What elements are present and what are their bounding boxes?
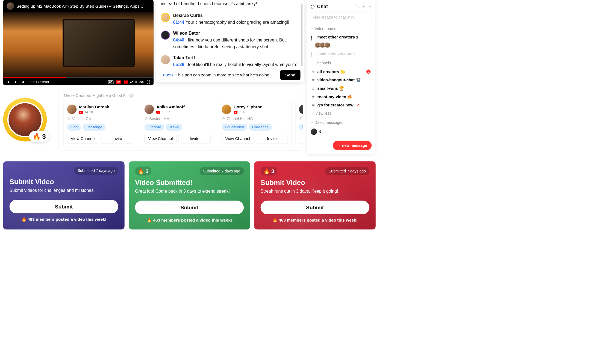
invite-button[interactable]: Invite: [178, 134, 210, 144]
svg-point-0: [69, 118, 69, 119]
creators-panel: These Creators Might be a Good Fit ? Mar…: [58, 89, 303, 150]
new-message-button[interactable]: new message: [333, 141, 372, 150]
creator-avatar[interactable]: [145, 105, 154, 114]
creator-card: Corey Siphron 7.8K Chapel Hill, NC Educa…: [218, 101, 292, 147]
submitted-badge: Submitted 7 days ago: [325, 167, 369, 175]
profile-ring[interactable]: 🔥 3: [3, 98, 49, 143]
video-player[interactable]: Setting up M2 MacBook Air (Step By Step …: [3, 0, 154, 85]
comment-avatar[interactable]: [161, 13, 170, 22]
chevron-down-icon[interactable]: [368, 5, 372, 8]
card-streak: 🔥 3: [135, 167, 151, 176]
location-icon: [222, 117, 225, 121]
submit-button[interactable]: Submit: [261, 201, 369, 214]
section-dm[interactable]: Direct messages: [311, 121, 372, 125]
expand-icon[interactable]: [355, 5, 359, 8]
dm-avatar: [311, 129, 317, 135]
view-channel-button[interactable]: View Channel: [299, 134, 303, 144]
youtube-badge[interactable]: YouTube: [124, 80, 144, 84]
creator-tag[interactable]: Vlog: [299, 123, 303, 130]
creator-tag[interactable]: Challenge: [249, 124, 272, 131]
comments-list[interactable]: instead of handheld shots because it's a…: [156, 0, 304, 67]
comment-timestamp[interactable]: 04:40: [173, 37, 184, 42]
comment-item: Wilson Bator 04:40 I like how you use di…: [161, 28, 299, 53]
creator-tag[interactable]: Vlog: [67, 124, 81, 131]
volume-icon[interactable]: [22, 80, 26, 84]
section-channels[interactable]: Channels: [311, 61, 372, 65]
invite-button[interactable]: Invite: [101, 134, 133, 144]
view-channel-button[interactable]: View Channel: [145, 134, 177, 144]
video-room-1[interactable]: meet other creators 1: [310, 33, 372, 41]
creator-subs: 7.8K: [239, 110, 246, 114]
card-subtext: Streak runs out in 3 days. Keep it going…: [261, 189, 369, 194]
card-footer: 🔥 463 members posted a video this week!: [261, 218, 369, 223]
location-icon: [299, 117, 302, 121]
plus-icon[interactable]: [362, 5, 366, 8]
room-participants: [316, 42, 372, 48]
fullscreen-icon[interactable]: [146, 80, 150, 84]
creator-tag[interactable]: Educational: [222, 124, 247, 131]
comment-author: Talan Torff: [173, 55, 299, 60]
dm-item[interactable]: G: [310, 127, 372, 136]
view-channel-button[interactable]: View Channel: [67, 134, 99, 144]
creator-tag[interactable]: Travel: [166, 124, 182, 131]
comment-text: Your cinematography and color grading ar…: [186, 20, 289, 25]
creator-location: Venice, CA: [72, 117, 91, 121]
progress-bar[interactable]: [3, 77, 154, 78]
help-icon[interactable]: ?: [130, 93, 134, 97]
channel-avatar[interactable]: [7, 2, 14, 10]
channel-label: all-creators 🌟: [317, 69, 345, 74]
view-channel-button[interactable]: View Channel: [222, 134, 254, 144]
card-streak: 🔥 3: [261, 167, 277, 176]
channel-label: roast-my-video 🔥: [317, 94, 352, 99]
svg-point-1: [146, 118, 147, 119]
comment-input[interactable]: 09:51 This part can zoom in more to see …: [160, 70, 278, 80]
channel-item[interactable]: # q's for creator now ?: [310, 101, 372, 109]
hd-button[interactable]: HD: [116, 80, 121, 84]
comment-timestamp[interactable]: 05:36: [173, 62, 184, 67]
comment-text: I like how you use different shots for t…: [173, 37, 286, 49]
comment-avatar[interactable]: [161, 55, 170, 64]
submit-button[interactable]: Submit: [10, 200, 118, 213]
chat-search[interactable]: Find creator to chat with!: [310, 13, 372, 22]
card-footer: 🔥 463 members posted a video this week!: [10, 217, 118, 222]
comment-author: Desirae Curtis: [173, 13, 299, 18]
creator-avatar[interactable]: [299, 105, 303, 114]
location-icon: [145, 117, 148, 121]
comment-text: I feel like it'll be really helpful to v…: [173, 62, 298, 67]
chat-sidebar: Chat Find creator to chat with! Video ro…: [307, 0, 375, 154]
view-less[interactable]: view less: [310, 109, 372, 117]
comment-avatar[interactable]: [161, 31, 170, 40]
hash-icon: #: [311, 86, 315, 91]
question-icon: ?: [357, 103, 359, 108]
creator-location: Chapel Hill, NC: [227, 117, 253, 121]
creator-name: Corey Siphron: [234, 105, 263, 109]
scrollbar[interactable]: [301, 4, 302, 66]
submitted-badge: Submitted 7 days ago: [74, 167, 118, 175]
cc-button[interactable]: CC: [108, 80, 113, 84]
submit-button[interactable]: Submit: [135, 201, 244, 214]
channel-item[interactable]: # small-wins 🏆: [310, 84, 372, 93]
next-icon[interactable]: [14, 80, 18, 84]
hash-icon: #: [311, 69, 315, 74]
play-icon[interactable]: [6, 80, 10, 84]
creator-avatar[interactable]: [222, 105, 231, 114]
location-icon: [67, 117, 71, 121]
send-button[interactable]: Send: [280, 70, 300, 80]
creator-tag[interactable]: Lifestyle: [145, 124, 164, 131]
creator-subs: 35.5K: [161, 110, 170, 114]
invite-button[interactable]: Invite: [256, 134, 288, 144]
submit-card: 🔥 3 Submitted 7 days ago Submit Video St…: [254, 161, 376, 229]
section-video-rooms[interactable]: Video rooms: [311, 26, 372, 31]
creator-tag[interactable]: Challenge: [83, 124, 105, 131]
channel-item[interactable]: # roast-my-video 🔥: [310, 93, 372, 101]
creator-name: Marilyn Botosh: [79, 105, 109, 109]
card-heading: Video Submitted!: [135, 179, 244, 187]
youtube-icon: [79, 111, 83, 114]
creator-avatar[interactable]: [67, 105, 77, 114]
video-room-2[interactable]: meet other creators 2: [310, 49, 372, 58]
channel-item[interactable]: # all-creators 🌟 2: [310, 67, 372, 76]
comment-timestamp[interactable]: 01:44: [173, 20, 184, 25]
channel-item[interactable]: # video-hangout-chat 📽️: [310, 76, 372, 84]
card-heading: Submit Video: [261, 179, 369, 187]
video-frame[interactable]: [3, 12, 154, 77]
